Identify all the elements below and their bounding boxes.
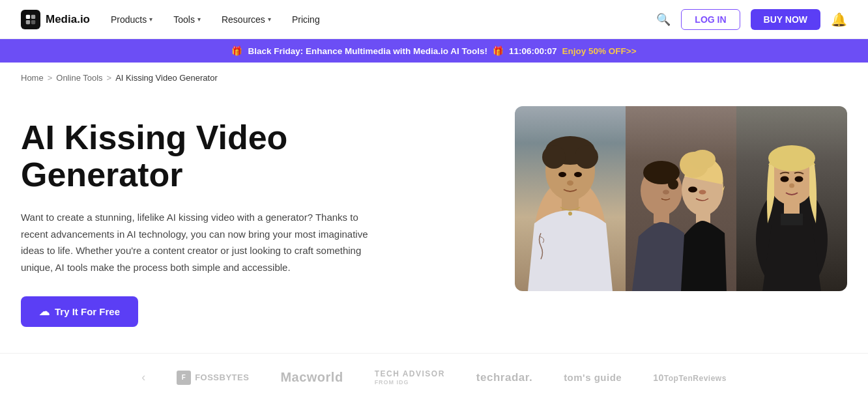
logos-scroll-left-icon[interactable]: ‹ (141, 371, 145, 384)
resources-chevron-icon: ▾ (268, 16, 271, 23)
buynow-button[interactable]: BUY NOW (751, 9, 820, 30)
svg-rect-12 (562, 197, 579, 210)
logo-toms-guide: tom's guide (564, 372, 622, 383)
tools-chevron-icon: ▾ (197, 16, 201, 23)
breadcrumb-online-tools[interactable]: Online Tools (56, 73, 102, 83)
hero-content: AI Kissing Video Generator Want to creat… (21, 106, 373, 327)
banner-text: Black Friday: Enhance Multimedia with Me… (248, 46, 487, 56)
svg-point-28 (781, 176, 789, 182)
logo-macworld: Macworld (280, 370, 343, 385)
svg-point-11 (567, 180, 573, 186)
svg-point-7 (542, 145, 566, 169)
svg-point-29 (795, 176, 803, 182)
nav-logo[interactable]: Media.io (21, 10, 90, 29)
login-button[interactable]: LOG IN (681, 9, 740, 30)
banner-left-emoji: 🎁 (231, 46, 242, 56)
svg-point-8 (575, 145, 598, 169)
logo-text: Media.io (46, 13, 90, 26)
hero-image-panel-3 (736, 106, 847, 291)
breadcrumb-sep2: > (107, 73, 112, 83)
svg-point-13 (568, 212, 572, 216)
svg-point-21 (689, 150, 716, 169)
breadcrumb-current: AI Kissing Video Generator (115, 73, 218, 83)
banner-gift-emoji: 🎁 (493, 46, 504, 56)
nav-products[interactable]: Products ▾ (111, 14, 152, 25)
logo-icon (21, 10, 40, 29)
navbar: Media.io Products ▾ Tools ▾ Resources ▾ … (0, 0, 868, 39)
svg-rect-3 (31, 20, 35, 23)
svg-rect-0 (26, 14, 30, 18)
hero-description: Want to create a stunning, lifelike AI k… (21, 209, 373, 275)
breadcrumb: Home > Online Tools > AI Kissing Video G… (0, 63, 868, 93)
logo-techradar: techradar. (476, 371, 532, 384)
promo-banner: 🎁 Black Friday: Enhance Multimedia with … (0, 39, 868, 63)
nav-resources[interactable]: Resources ▾ (222, 14, 271, 25)
svg-point-22 (688, 187, 697, 193)
svg-point-16 (668, 179, 678, 190)
cloud-upload-icon: ☁ (39, 305, 50, 318)
svg-point-10 (574, 172, 582, 177)
hero-image (515, 106, 847, 291)
nav-tools[interactable]: Tools ▾ (173, 14, 201, 25)
try-it-free-button[interactable]: ☁ Try It For Free (21, 296, 138, 327)
logo-tech-advisor: TECH ADVISOR FROM IDG (375, 369, 445, 386)
svg-rect-2 (26, 20, 30, 23)
hero-section: AI Kissing Video Generator Want to creat… (0, 93, 868, 353)
nav-right: 🔍 LOG IN BUY NOW 🔔 (656, 9, 847, 30)
logo-toptenreviews: 10TopTenReviews (653, 373, 727, 383)
svg-point-17 (663, 190, 669, 195)
svg-rect-1 (31, 14, 35, 18)
hero-image-panel-2 (626, 106, 736, 291)
svg-rect-32 (781, 214, 803, 225)
svg-rect-31 (784, 202, 800, 215)
breadcrumb-home[interactable]: Home (21, 73, 44, 83)
banner-timer: 11:06:00:07 (509, 46, 557, 56)
logo-fossbytes: F FOSSBYTES (177, 371, 249, 385)
hero-title: AI Kissing Video Generator (21, 119, 373, 193)
svg-point-9 (558, 172, 566, 177)
svg-point-23 (699, 190, 706, 195)
notification-bell-icon[interactable]: 🔔 (831, 12, 847, 27)
nav-left: Media.io Products ▾ Tools ▾ Resources ▾ … (21, 10, 320, 29)
svg-rect-18 (654, 212, 669, 223)
hero-image-panel-1 (515, 106, 626, 291)
fossbytes-icon: F (177, 371, 191, 385)
nav-pricing[interactable]: Pricing (292, 14, 320, 25)
svg-point-30 (789, 184, 794, 188)
products-chevron-icon: ▾ (149, 16, 152, 23)
logos-bar: ‹ F FOSSBYTES Macworld TECH ADVISOR FROM… (0, 353, 868, 394)
breadcrumb-sep1: > (48, 73, 53, 83)
banner-cta[interactable]: Enjoy 50% OFF>> (562, 46, 637, 56)
search-icon[interactable]: 🔍 (656, 12, 671, 27)
